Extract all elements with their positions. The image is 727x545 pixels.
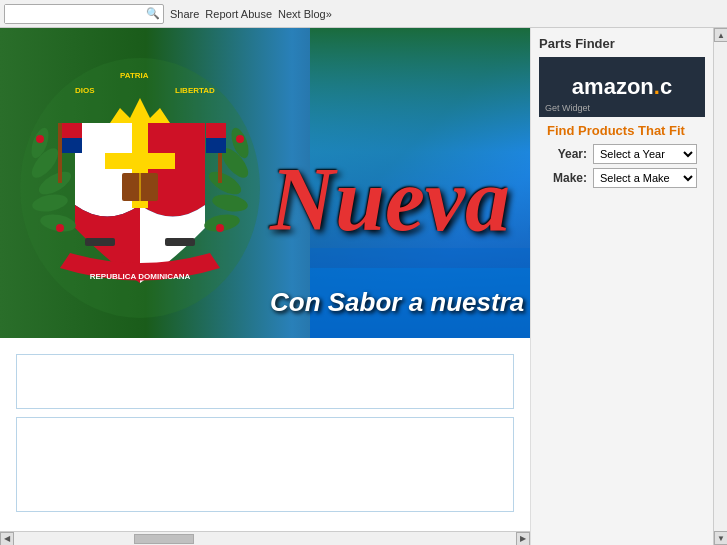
year-select[interactable]: Select a Year <box>593 144 697 164</box>
scroll-up-arrow[interactable]: ▲ <box>714 28 727 42</box>
amazon-logo: amazon.c <box>572 74 672 100</box>
horizontal-scrollbar[interactable]: ◀ ▶ <box>0 531 530 545</box>
scroll-left-arrow[interactable]: ◀ <box>0 532 14 546</box>
svg-point-28 <box>56 224 64 232</box>
amazon-dot: . <box>654 74 660 99</box>
svg-point-29 <box>236 135 244 143</box>
svg-text:PATRIA: PATRIA <box>120 71 149 80</box>
left-column: REPUBLICA DOMINICANA DIOS PATRIA LIBERTA… <box>0 28 530 545</box>
parts-finder-widget: Parts Finder amazon.c Get Widget Find Pr… <box>531 28 713 206</box>
get-widget-label[interactable]: Get Widget <box>545 103 590 113</box>
amazon-widget[interactable]: amazon.c Get Widget <box>539 57 705 117</box>
vertical-scrollbar[interactable]: ▲ ▼ <box>713 28 727 545</box>
svg-rect-35 <box>85 238 115 246</box>
search-input[interactable] <box>5 5 143 23</box>
search-icon[interactable]: 🔍 <box>143 5 163 23</box>
blog-area <box>0 338 530 531</box>
share-link[interactable]: Share <box>170 8 199 20</box>
svg-text:DIOS: DIOS <box>75 86 95 95</box>
svg-rect-14 <box>105 153 175 169</box>
svg-point-27 <box>36 135 44 143</box>
parts-finder-form: Find Products That Fit Year: Select a Ye… <box>539 117 705 198</box>
make-row: Make: Select a Make <box>547 168 697 188</box>
find-products-text: Find Products That Fit <box>547 123 697 138</box>
banner-subtitle: Con Sabor a nuestra tierr <box>270 287 530 318</box>
scroll-thumb[interactable] <box>134 534 194 544</box>
svg-text:LIBERTAD: LIBERTAD <box>175 86 215 95</box>
coat-of-arms: REPUBLICA DOMINICANA DIOS PATRIA LIBERTA… <box>10 43 270 328</box>
next-blog-link[interactable]: Next Blog» <box>278 8 332 20</box>
toolbar: 🔍 Share Report Abuse Next Blog» <box>0 0 727 28</box>
banner: REPUBLICA DOMINICANA DIOS PATRIA LIBERTA… <box>0 28 530 338</box>
svg-rect-41 <box>206 123 226 138</box>
svg-rect-42 <box>206 138 226 153</box>
scroll-down-arrow[interactable]: ▼ <box>714 531 727 545</box>
svg-rect-39 <box>62 138 82 153</box>
year-label: Year: <box>547 147 587 161</box>
make-label: Make: <box>547 171 587 185</box>
post-box-2 <box>16 417 514 512</box>
svg-point-30 <box>216 224 224 232</box>
banner-title: Nueva R <box>270 148 530 251</box>
post-box-1 <box>16 354 514 409</box>
svg-rect-36 <box>165 238 195 246</box>
svg-rect-37 <box>58 123 62 183</box>
report-abuse-link[interactable]: Report Abuse <box>205 8 272 20</box>
scroll-right-arrow[interactable]: ▶ <box>516 532 530 546</box>
year-row: Year: Select a Year <box>547 144 697 164</box>
svg-rect-38 <box>62 123 82 138</box>
svg-text:REPUBLICA DOMINICANA: REPUBLICA DOMINICANA <box>90 272 191 281</box>
right-sidebar: Parts Finder amazon.c Get Widget Find Pr… <box>530 28 713 545</box>
parts-finder-title: Parts Finder <box>539 36 705 51</box>
scrollbar-track <box>714 42 727 531</box>
search-box[interactable]: 🔍 <box>4 4 164 24</box>
make-select[interactable]: Select a Make <box>593 168 697 188</box>
